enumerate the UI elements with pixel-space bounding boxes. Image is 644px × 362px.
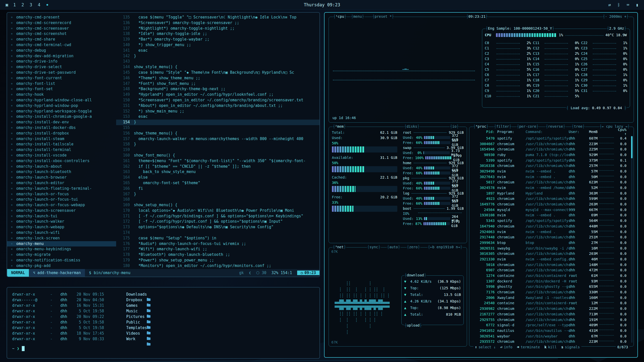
code-line[interactable]: 171 [ -f ~/.config/hypr/bindings.conf ] … <box>116 214 319 219</box>
file-tree-item[interactable]: ∗ omarchy-launch-browser <box>7 175 116 180</box>
process-row[interactable]: 1274 containe /usr/bin/containerd root 6… <box>471 273 629 278</box>
file-tree-item[interactable]: ∗ omarchy-launch-or-focus <box>7 192 116 197</box>
file-tree-item[interactable]: ∗ omarchy-font-list <box>7 81 116 87</box>
file-tree-item[interactable]: ∗ omarchy-install-chromium-google-a <box>7 114 116 120</box>
file-tree-item[interactable]: ∗ omarchy-dev-add-migration <box>7 53 116 59</box>
process-row[interactable]: 2924063 nvim nvim --embed . dhh 55M 0.0 <box>471 229 629 235</box>
workspace-button[interactable]: 4 <box>38 2 40 7</box>
file-tree-item[interactable]: ∗ omarchy-font-current <box>7 75 116 81</box>
file-tree-item[interactable]: ∗ omarchy-launch-tui <box>7 214 116 219</box>
file-tree-item[interactable]: ∗ omarchy-notification-dismiss <box>7 258 116 263</box>
process-row[interactable]: 2929755 chromium /usr/lib/chromium/chrom… <box>471 317 629 322</box>
file-tree-item[interactable]: ∗ omarchy-install-tailscale <box>7 142 116 147</box>
shell-prompt[interactable]: ~ ❯ <box>12 346 314 351</box>
battery-icon[interactable]: ▮ <box>636 2 638 7</box>
code-line[interactable]: 162 if [[ "$theme" == "CNCLD" || -z "$th… <box>116 164 319 169</box>
folder-name[interactable]: Pictures <box>126 314 145 319</box>
process-row[interactable]: 7176 chromium /usr/lib/chromium/chrom dh… <box>471 289 629 295</box>
code-line[interactable]: 136 *Screensaver*) omarchy-toggle-screen… <box>116 20 319 26</box>
process-row[interactable]: 2921330 nvim nvim --embed config.jso dhh… <box>471 256 629 262</box>
process-row[interactable]: 3016338 chromium /usr/lib/chromium/chrom… <box>471 163 629 168</box>
code-line[interactable]: 154 } <box>116 120 319 125</box>
process-row[interactable]: 4923 chromium /usr/lib/chromium/chrom dh… <box>471 196 629 202</box>
code-line[interactable]: 137 *Nightlight*) omarchy-toggle-nightli… <box>116 26 319 31</box>
folder-name[interactable]: Games <box>126 303 138 308</box>
process-row[interactable]: 1897 Hyprland Hyprland dhh 363M 0.0 <box>471 190 629 196</box>
hotkey[interactable]: ssignals <box>561 345 580 349</box>
code-line[interactable]: 142 } <box>116 53 319 59</box>
file-tree-item[interactable]: ∗ omarchy-launch-walker <box>7 219 116 224</box>
editor-window[interactable]: ∗ omarchy-cmd-present ∗ omarchy-cmd-scre… <box>7 12 320 277</box>
code-line[interactable]: 161 theme=$(menu "Font" "$(omarchy-font-… <box>116 158 319 164</box>
code-line[interactable]: 165 omarchy-font-set "$theme" <box>116 180 319 186</box>
file-tree-item[interactable]: ∗ omarchy-drive-info <box>7 59 116 64</box>
process-row[interactable]: 3029490 nvim nvim --embed . dhh 57M 0.0 <box>471 168 629 174</box>
code-line[interactable]: 168 <box>116 197 319 202</box>
folder-name[interactable]: Work <box>126 336 135 342</box>
terminal-window[interactable]: drwxr-xr-x - dhh 20 Nov 09:15 Downloads … <box>7 287 320 359</box>
process-row[interactable]: 24564 mysqld mysqld --max-connection 999… <box>471 207 629 213</box>
code-line[interactable]: 140 *) show_trigger_menu ;; <box>116 42 319 48</box>
process-row[interactable]: 2917448 chromium /usr/lib/chromium/chrom… <box>471 234 629 240</box>
zero-tab[interactable]: zero <box>406 245 420 249</box>
code-line[interactable]: 176 *Audio*) omarchy-launch-or-focus-tui… <box>116 241 319 247</box>
process-row[interactable]: 1654946 chromium /usr/lib/chromium/chrom… <box>471 146 629 152</box>
file-tree-item[interactable]: ∗ omarchy-install-terminal <box>7 147 116 153</box>
process-row[interactable]: 1307 dockerd /usr/bin/dockerd -H fd: roo… <box>471 278 629 284</box>
code-line[interactable]: 169 show_setup_menu() { <box>116 202 319 208</box>
process-row[interactable]: 24540 containe /usr/bin/containerd-shi r… <box>471 300 629 306</box>
command-header[interactable]: Command: <box>526 130 569 134</box>
folder-name[interactable]: Music <box>126 308 138 314</box>
code-line[interactable]: 174 <box>116 230 319 236</box>
pid-header[interactable]: Pid: <box>471 130 497 134</box>
file-tree-item[interactable]: ∗ omarchy-drive-set-password <box>7 70 116 75</box>
file-tree-item[interactable]: ∗ omarchy-install-steam <box>7 136 116 142</box>
file-tree-item[interactable]: ∗ omarchy-cmd-share <box>7 37 116 42</box>
file-tree-item[interactable]: ∗ omarchy-hyprland-window-close-all <box>7 98 116 103</box>
code-line[interactable]: 151 *About*) open_in_editor ~/.config/om… <box>116 103 319 109</box>
code-line[interactable]: 156 show_theme_menu() { <box>116 131 319 136</box>
preset-tab[interactable]: preset * <box>372 14 394 18</box>
proc-scrollbar[interactable] <box>631 136 633 343</box>
screencast-icon[interactable]: ⇄ <box>608 2 611 7</box>
code-line[interactable]: 163 back_to show_style_menu <box>116 169 319 175</box>
folder-name[interactable]: Dropbox <box>126 297 142 303</box>
file-tree-item[interactable]: ∗ omarchy-cmd-screensaver <box>7 26 116 31</box>
update-interval-control[interactable]: - 2000ms + <box>602 14 629 18</box>
code-line[interactable]: 179 *Power*) show_setup_power_menu ;; <box>116 258 319 263</box>
process-row[interactable]: 98930 ruby puma 7.1.0 (tcp://local dhh 9… <box>471 152 629 158</box>
folder-name[interactable]: Public <box>126 319 140 325</box>
file-tree-item[interactable]: ∗ omarchy-font-set <box>7 86 116 92</box>
file-tree-item[interactable]: ∗ omarchy-menu-keybindings <box>7 246 116 252</box>
process-row[interactable]: 1649776 chromium /usr/lib/chromium/chrom… <box>471 201 629 207</box>
code-line[interactable]: 159 <box>116 147 319 153</box>
file-tree-item[interactable]: ∗ omarchy-launch-bluetooth <box>7 169 116 175</box>
process-row[interactable]: 1930108 nvim nvim --embed . dhh 69M 0.0 <box>471 213 629 218</box>
code-line[interactable]: 155 <box>116 125 319 131</box>
file-tree-item[interactable]: ∗ omarchy-launch-floating-terminal- <box>7 186 116 192</box>
code-line[interactable]: 164 else <box>116 175 319 180</box>
file-tree-item[interactable]: ∗ omarchy-migrate <box>7 252 116 258</box>
keyboard-icon[interactable]: ⌨ <box>627 2 629 7</box>
file-tree-item[interactable]: ∗ omarchy-launch-webapp <box>7 224 116 230</box>
filter-tab[interactable]: filter <box>494 124 512 128</box>
process-row[interactable]: 3016305 chromium /usr/lib/chromium/chrom… <box>471 251 629 256</box>
file-tree-item[interactable]: ∗ omarchy-debug <box>7 48 116 53</box>
code-buffer[interactable]: 135 case $(menu "Toggle" "□ Screensaver\… <box>116 13 319 269</box>
file-tree-item[interactable]: ∗ omarchy-hyprland-window-pop <box>7 103 116 109</box>
file-tree-item[interactable]: ∗ omarchy-launch-or-focus-webapp <box>7 202 116 208</box>
file-tree-item[interactable]: ∗ omarchy-install-xbox-controllers <box>7 158 116 164</box>
process-row[interactable]: 2999634 btop btop dhh 27M 0.0 <box>471 240 629 245</box>
net-panel-title[interactable]: ³net <box>332 245 346 249</box>
file-tree-item[interactable]: ∗ omarchy-install-dropbox <box>7 131 116 136</box>
code-line[interactable]: 147 *Font*) show_font_menu ;; <box>116 81 319 87</box>
mem-header[interactable]: MemB <box>583 130 598 134</box>
sort-column-selector[interactable]: ← cpu lazy → <box>599 124 630 128</box>
code-line[interactable]: 149 *Hyprland*) open_in_editor ~/.config… <box>116 92 319 98</box>
per-core-tab[interactable]: per-core <box>516 124 539 128</box>
code-line[interactable]: 180 *Monitors*) open_in_editor ~/.config… <box>116 263 319 269</box>
workspace-button[interactable]: 2 <box>22 2 24 7</box>
code-line[interactable]: 139 *Bar*) omarchy-toggle-waybar ;; <box>116 37 319 42</box>
workspace-button[interactable]: 1 <box>13 2 16 7</box>
mem-panel-title[interactable]: ²mem <box>332 124 346 128</box>
